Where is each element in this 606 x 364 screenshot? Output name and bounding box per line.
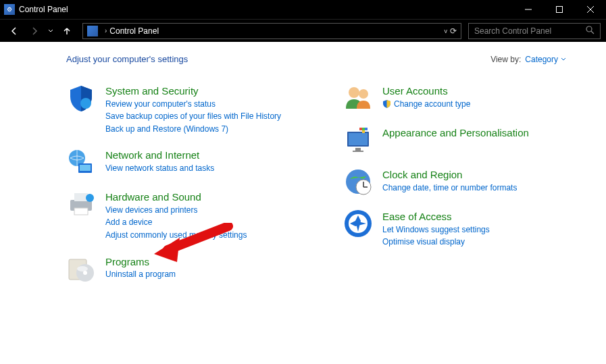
clock-globe-icon — [343, 167, 373, 197]
refresh-button[interactable]: ⟳ — [450, 26, 457, 36]
view-by-control: View by: Category — [490, 55, 566, 64]
uac-shield-icon — [382, 99, 391, 108]
back-button[interactable] — [5, 22, 23, 40]
svg-rect-11 — [74, 193, 88, 201]
svg-rect-26 — [365, 128, 368, 130]
task-link[interactable]: Uninstall a program — [105, 268, 176, 281]
ease-of-access-icon — [343, 209, 373, 238]
svg-rect-24 — [359, 128, 362, 130]
forward-button[interactable] — [26, 22, 43, 40]
category-user-accounts: User Accounts Change account type — [343, 83, 573, 113]
task-link[interactable]: Adjust commonly used mobility settings — [105, 229, 247, 242]
svg-rect-25 — [362, 128, 365, 130]
title-bar: ⚙ Control Panel — [0, 0, 606, 19]
category-ease-of-access: Ease of Access Let Windows suggest setti… — [343, 209, 573, 249]
shield-icon — [66, 83, 96, 113]
search-box[interactable] — [468, 23, 601, 39]
svg-point-16 — [83, 271, 87, 275]
search-input[interactable] — [474, 26, 586, 36]
category-appearance-personalisation: Appearance and Personalisation — [343, 125, 573, 155]
category-title-link[interactable]: Appearance and Personalisation — [382, 127, 529, 138]
view-by-dropdown[interactable]: Category — [525, 55, 566, 64]
category-title-link[interactable]: Clock and Region — [382, 169, 462, 180]
task-link[interactable]: Review your computer's status — [105, 98, 281, 111]
monitor-personalisation-icon — [343, 125, 373, 155]
category-title-link[interactable]: Programs — [105, 256, 149, 267]
task-link[interactable]: Let Windows suggest settings — [382, 224, 490, 236]
category-title-link[interactable]: Hardware and Sound — [105, 191, 201, 203]
svg-rect-1 — [557, 7, 563, 13]
content-area: Adjust your computer's settings View by:… — [0, 42, 606, 284]
category-hardware-sound: Hardware and Sound View devices and prin… — [66, 189, 296, 241]
task-link[interactable]: Optimise visual display — [382, 236, 490, 249]
control-panel-mini-icon — [87, 26, 98, 36]
view-by-label: View by: — [490, 55, 521, 64]
category-title-link[interactable]: System and Security — [105, 85, 199, 97]
view-by-value: Category — [525, 55, 558, 64]
user-accounts-icon — [343, 83, 373, 113]
svg-point-13 — [86, 194, 94, 202]
category-title-link[interactable]: Ease of Access — [382, 211, 452, 222]
svg-rect-12 — [74, 208, 88, 215]
programs-disc-icon — [66, 254, 96, 284]
maximize-button[interactable] — [544, 0, 575, 19]
svg-rect-23 — [353, 151, 363, 152]
svg-rect-21 — [349, 133, 368, 145]
svg-line-5 — [591, 31, 594, 34]
category-title-link[interactable]: User Accounts — [382, 85, 448, 97]
address-bar[interactable]: › Control Panel v ⟳ — [82, 23, 461, 39]
svg-rect-9 — [80, 165, 91, 171]
task-link[interactable]: Change account type — [394, 98, 470, 111]
control-panel-icon: ⚙ — [4, 4, 15, 15]
recent-locations-button[interactable] — [46, 22, 55, 40]
svg-point-19 — [359, 89, 368, 99]
svg-point-17 — [77, 266, 88, 271]
svg-point-6 — [80, 98, 91, 109]
breadcrumb-separator-icon: › — [105, 27, 107, 34]
minimize-button[interactable] — [513, 0, 544, 19]
breadcrumb-item[interactable]: Control Panel — [109, 26, 159, 36]
category-programs: Programs Uninstall a program — [66, 254, 296, 284]
svg-rect-22 — [355, 148, 361, 151]
chevron-down-icon — [561, 57, 566, 62]
svg-point-4 — [586, 26, 592, 32]
category-system-security: System and Security Review your computer… — [66, 83, 296, 135]
printer-icon — [66, 189, 96, 219]
category-title-link[interactable]: Network and Internet — [105, 149, 199, 161]
navigation-toolbar: › Control Panel v ⟳ — [0, 19, 606, 42]
task-link[interactable]: Save backup copies of your files with Fi… — [105, 110, 281, 123]
task-link[interactable]: View network status and tasks — [105, 162, 214, 175]
page-heading: Adjust your computer's settings — [66, 54, 188, 64]
address-dropdown-icon[interactable]: v — [445, 28, 448, 34]
task-link[interactable]: Back up and Restore (Windows 7) — [105, 123, 281, 136]
up-button[interactable] — [58, 22, 76, 40]
window-title: Control Panel — [19, 5, 513, 14]
globe-network-icon — [66, 147, 96, 177]
category-network-internet: Network and Internet View network status… — [66, 147, 296, 177]
close-button[interactable] — [575, 0, 606, 19]
category-clock-region: Clock and Region Change date, time or nu… — [343, 167, 573, 197]
svg-rect-27 — [362, 130, 365, 133]
category-column-left: System and Security Review your computer… — [66, 83, 296, 284]
svg-point-18 — [349, 87, 359, 98]
task-link[interactable]: Change date, time or number formats — [382, 182, 517, 194]
search-icon — [586, 25, 595, 37]
category-column-right: User Accounts Change account type Appear… — [343, 83, 573, 284]
task-link[interactable]: Add a device — [105, 216, 247, 229]
task-link[interactable]: View devices and printers — [105, 204, 247, 217]
